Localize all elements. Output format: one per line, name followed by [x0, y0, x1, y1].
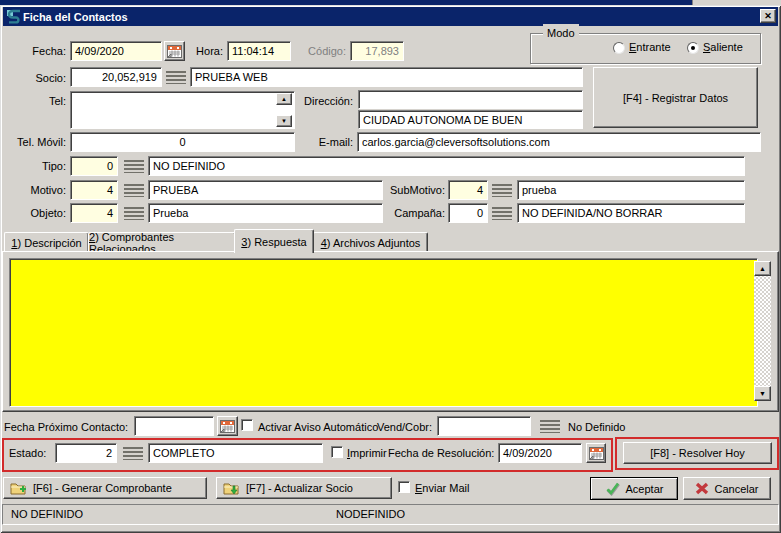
tel-label: Tel:	[0, 92, 66, 111]
estado-desc-field[interactable]: COMPLETO	[148, 443, 323, 463]
status-bar: NO DEFINIDO NODEFINIDO	[2, 504, 779, 525]
respuesta-scroll-up-button[interactable]: ▲	[754, 261, 771, 276]
tel-scroll-up-button[interactable]: ▲	[276, 93, 292, 105]
direccion-field-line1[interactable]	[358, 90, 583, 109]
radio-entrante[interactable]	[613, 42, 625, 54]
motivo-lookup-icon[interactable]	[124, 184, 144, 197]
calendar-icon	[220, 419, 235, 433]
f7-button-label: [F7] - Actualizar Socio	[246, 482, 353, 494]
campana-code-field[interactable]: 0	[448, 203, 488, 223]
direccion-label: Dirección:	[295, 92, 353, 111]
enviar-mail-label[interactable]: Enviar Mail	[415, 479, 469, 498]
radio-saliente[interactable]	[687, 42, 699, 54]
scroll-down-icon: ▼	[281, 118, 287, 124]
title-bar: Ficha del Contactos	[3, 7, 778, 26]
status-right-text: NODEFINIDO	[336, 505, 405, 524]
aceptar-button[interactable]: Aceptar	[590, 477, 678, 500]
objeto-desc-field[interactable]: Prueba	[148, 203, 383, 223]
estado-lookup-icon[interactable]	[123, 447, 143, 460]
calendar-icon	[589, 446, 604, 460]
folder-down-arrow-icon	[223, 481, 241, 495]
tab-descripcion-label: 1) Descripción	[11, 237, 81, 249]
imprimir-checkbox[interactable]	[331, 446, 343, 458]
f4-registrar-datos-button[interactable]: [F4] - Registrar Datos	[593, 67, 758, 128]
tipo-lookup-icon[interactable]	[124, 160, 144, 173]
radio-entrante-label[interactable]: Entrante	[629, 38, 671, 57]
tipo-label: Tipo:	[0, 157, 66, 176]
fecha-resolucion-calendar-button[interactable]	[586, 443, 606, 463]
f8-resolver-hoy-button[interactable]: [F8] - Resolver Hoy	[623, 442, 772, 464]
x-icon	[695, 482, 709, 495]
folder-plus-icon	[10, 481, 28, 495]
cleversoft-logo-icon	[7, 9, 22, 24]
vend-cobr-field[interactable]	[437, 416, 531, 436]
tab-comprobantes-relacionados[interactable]: 2) Comprobantes Relacionados	[88, 232, 236, 252]
socio-lookup-icon[interactable]	[166, 71, 186, 84]
socio-label: Socio:	[0, 69, 66, 88]
close-icon: ✕	[764, 11, 772, 21]
respuesta-scroll-down-button[interactable]: ▼	[754, 386, 771, 401]
tipo-desc-field[interactable]: NO DEFINIDO	[148, 156, 745, 176]
respuesta-scrollbar[interactable]: ▲ ▼	[754, 261, 771, 401]
fecha-field[interactable]: 4/09/2020	[70, 41, 162, 61]
tel-field[interactable]	[70, 91, 295, 129]
direccion-field-line2[interactable]: CIUDAD AUTONOMA DE BUEN	[358, 110, 583, 129]
objeto-label: Objeto:	[0, 204, 66, 223]
activar-aviso-checkbox[interactable]	[241, 419, 253, 431]
submotivo-desc-field[interactable]: prueba	[517, 180, 745, 200]
socio-name-field[interactable]: PRUEBA WEB	[190, 67, 583, 87]
estado-code-field[interactable]: 2	[55, 443, 117, 463]
submotivo-label: SubMotivo:	[383, 181, 445, 200]
cancelar-button[interactable]: Cancelar	[683, 477, 771, 500]
motivo-label: Motivo:	[0, 181, 66, 200]
codigo-label: Código:	[298, 42, 346, 61]
socio-code-field[interactable]: 20,052,919	[70, 67, 162, 87]
f4-button-label: [F4] - Registrar Datos	[623, 92, 728, 104]
submotivo-lookup-icon[interactable]	[492, 184, 512, 197]
objeto-lookup-icon[interactable]	[124, 207, 144, 220]
hora-label: Hora:	[186, 42, 223, 61]
codigo-field: 17,893	[350, 41, 404, 61]
vend-cobr-label: Vend/Cobr:	[360, 418, 432, 437]
estado-label: Estado:	[9, 444, 46, 463]
status-left-text: NO DEFINIDO	[11, 505, 83, 524]
respuesta-textarea[interactable]	[9, 258, 758, 407]
app-window: Ficha del Contactos ✕ Fecha: 4/09/2020 H…	[0, 0, 781, 533]
aceptar-button-label: Aceptar	[626, 483, 664, 495]
fecha-proximo-calendar-button[interactable]	[217, 416, 238, 436]
tab-archivos-label: 4) Archivos Adjuntos	[321, 237, 421, 249]
enviar-mail-checkbox[interactable]	[398, 481, 410, 493]
fecha-label: Fecha:	[0, 42, 66, 61]
tab-archivos-adjuntos[interactable]: 4) Archivos Adjuntos	[313, 232, 428, 252]
f7-actualizar-socio-button[interactable]: [F7] - Actualizar Socio	[216, 477, 392, 499]
tab-respuesta[interactable]: 3) Respuesta	[234, 229, 314, 253]
imprimir-label[interactable]: Imprimir	[347, 444, 387, 463]
tab-descripcion[interactable]: 1) Descripción	[4, 232, 89, 252]
tab-page-respuesta: ▲ ▼	[2, 251, 779, 412]
campana-desc-field[interactable]: NO DEFINIDA/NO BORRAR	[517, 203, 745, 223]
scroll-up-icon: ▲	[281, 96, 287, 102]
fecha-resolucion-field[interactable]: 4/09/2020	[498, 443, 582, 463]
motivo-desc-field[interactable]: PRUEBA	[148, 180, 383, 200]
campana-lookup-icon[interactable]	[492, 207, 512, 220]
tipo-code-field[interactable]: 0	[70, 156, 118, 176]
fecha-calendar-button[interactable]	[164, 41, 185, 61]
vend-cobr-lookup-icon[interactable]	[540, 420, 560, 433]
radio-saliente-label[interactable]: Saliente	[703, 38, 743, 57]
fecha-proximo-label: Fecha Próximo Contacto:	[4, 418, 128, 437]
fecha-proximo-field[interactable]	[134, 416, 214, 436]
f6-generar-comprobante-button[interactable]: [F6] - Generar Comprobante	[3, 477, 207, 499]
fecha-resolucion-label: Fecha de Resolución:	[388, 444, 494, 463]
window-title: Ficha del Contactos	[23, 11, 128, 23]
tel-movil-field[interactable]: 0	[70, 132, 295, 152]
tab-respuesta-label: 3) Respuesta	[241, 236, 306, 248]
motivo-code-field[interactable]: 4	[70, 180, 118, 200]
f8-button-label: [F8] - Resolver Hoy	[650, 447, 745, 459]
tel-scroll-down-button[interactable]: ▼	[276, 115, 292, 127]
submotivo-code-field[interactable]: 4	[448, 180, 488, 200]
objeto-code-field[interactable]: 4	[70, 203, 118, 223]
email-field[interactable]: carlos.garcia@cleversoftsolutions.com	[357, 132, 761, 152]
hora-field[interactable]: 11:04:14	[227, 41, 291, 61]
close-button[interactable]: ✕	[760, 9, 776, 23]
campana-label: Campaña:	[383, 204, 445, 223]
